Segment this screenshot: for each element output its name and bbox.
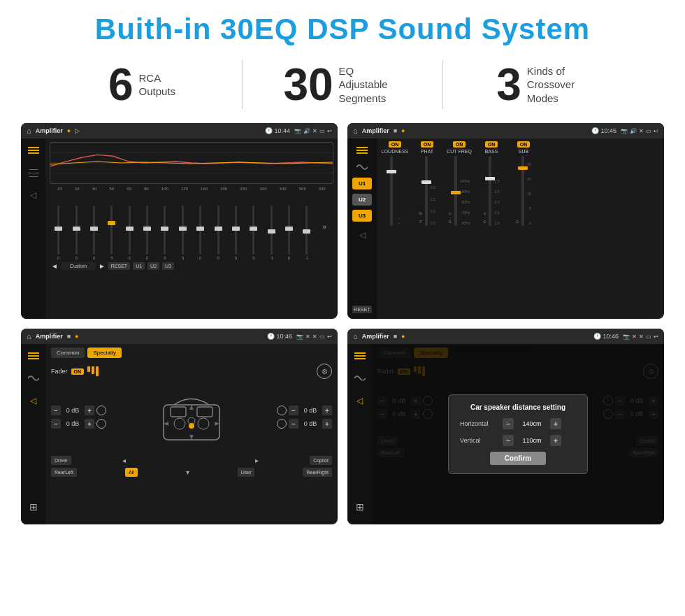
eq-slider-track-1[interactable] (57, 206, 59, 255)
eq-slider-3: 0 (89, 206, 99, 260)
svg-point-6 (174, 418, 185, 429)
db-minus-1-left[interactable]: − (51, 406, 61, 415)
reset-btn-s2[interactable]: RESET (352, 306, 372, 313)
db-plus-2-right[interactable]: + (322, 419, 332, 429)
cutfreq-on[interactable]: ON (453, 141, 466, 148)
eq-slider-track-8[interactable] (182, 206, 184, 255)
home-icon-s3[interactable]: ⌂ (27, 332, 31, 341)
screen3-topbar: ⌂ Amplifier ■ ● 🕐 10:46 📷 ✕ ✕ ▭ ↩ (21, 329, 338, 344)
prev-preset-button[interactable]: ◄ (51, 262, 58, 270)
eq-slider-track-12[interactable] (252, 206, 254, 255)
speaker-icon-s4[interactable]: ◁ (352, 394, 368, 407)
sub-slider[interactable] (521, 156, 524, 226)
tab-common[interactable]: Common (51, 348, 85, 358)
eq-more[interactable]: » (319, 223, 329, 231)
db-plus-2-left[interactable]: + (85, 419, 94, 429)
home-icon[interactable]: ⌂ (27, 127, 31, 135)
eq-slider-track-7[interactable] (164, 206, 166, 255)
u3-button[interactable]: U3 (162, 262, 174, 270)
screen3-icons: 📷 ✕ ✕ ▭ ↩ (296, 334, 332, 340)
rearright-button[interactable]: RearRight (303, 468, 332, 477)
settings-icon-s3[interactable]: ⚙ (317, 364, 332, 379)
eq-icon-s3[interactable] (26, 350, 41, 362)
u2-select[interactable]: U2 (352, 194, 372, 206)
eq-slider-track-10[interactable] (217, 206, 219, 255)
screen4-main: Common Specialty Fader ON ⚙ (372, 344, 664, 524)
eq-slider-track-6[interactable] (146, 206, 148, 255)
right-chevron[interactable]: ▸ (255, 457, 259, 464)
left-chevron[interactable]: ◂ (122, 457, 126, 464)
eq-slider-track-13[interactable] (271, 206, 273, 255)
fader-on-badge[interactable]: ON (71, 368, 85, 375)
speaker-icon[interactable]: ◁ (26, 189, 41, 201)
bass-freq: 3.0 2.5 2.0 1.5 1.0 (494, 179, 499, 226)
eq-slider-track-5[interactable] (129, 206, 131, 255)
vertical-plus-button[interactable]: + (550, 435, 561, 446)
speaker-icon-s3[interactable]: ◁ (26, 394, 41, 407)
horizontal-plus-button[interactable]: + (550, 418, 561, 429)
rearleft-button[interactable]: RearLeft (51, 468, 77, 477)
db-plus-1-left[interactable]: + (85, 406, 94, 415)
wave-icon-s4[interactable] (352, 372, 368, 385)
eq-slider-6: 0 (143, 206, 152, 260)
s3-right-db: − 0 dB + − 0 dB + (277, 406, 332, 432)
screen1-icons: 📷 🔊 ✕ ▭ ↩ (294, 128, 332, 134)
tab-specialty[interactable]: Specialty (87, 348, 121, 358)
volume-icon-s2: 🔊 (630, 128, 637, 134)
down-chevron[interactable]: ▾ (186, 468, 189, 476)
u1-select[interactable]: U1 (352, 178, 372, 189)
eq-slider-track-4[interactable] (110, 206, 113, 255)
reset-button[interactable]: RESET (108, 262, 130, 270)
close-icon: ✕ (312, 128, 317, 134)
user-button-s3[interactable]: User (238, 468, 255, 477)
phat-slider[interactable] (425, 156, 428, 226)
db-minus-2-right[interactable]: − (289, 419, 298, 429)
loudness-slider[interactable] (390, 156, 393, 226)
speaker-icon-s2[interactable]: ◁ (354, 229, 370, 241)
eq-icon[interactable] (26, 144, 41, 157)
expand-icon-s3[interactable]: ⊞ (29, 501, 38, 513)
driver-button[interactable]: Driver (51, 456, 71, 465)
cutfreq-slider[interactable] (454, 156, 457, 226)
home-icon-s2[interactable]: ⌂ (353, 127, 358, 135)
eq-slider-13: -1 (266, 206, 276, 260)
eq-slider-track-15[interactable] (305, 206, 308, 255)
db-plus-1-right[interactable]: + (322, 406, 332, 415)
home-icon-s4[interactable]: ⌂ (353, 332, 358, 341)
u2-button[interactable]: U2 (147, 262, 159, 270)
db-minus-2-left[interactable]: − (51, 419, 61, 429)
eq-slider-track-11[interactable] (235, 206, 237, 255)
all-button[interactable]: All (125, 468, 138, 477)
eq-slider-track-2[interactable] (75, 206, 78, 255)
screen1-main: 253240506380100125160200250320400500630 … (45, 138, 338, 319)
db-minus-1-right[interactable]: − (289, 406, 298, 415)
expand-icon-s4[interactable]: ⊞ (356, 501, 364, 513)
copilot-button[interactable]: Copilot (310, 456, 332, 465)
horizontal-minus-button[interactable]: − (503, 418, 514, 429)
svg-rect-3 (164, 405, 219, 440)
next-preset-button[interactable]: ► (99, 262, 106, 270)
bass-on[interactable]: ON (485, 141, 498, 148)
preset-label: Custom (61, 262, 96, 270)
eq-slider-track-9[interactable] (199, 206, 201, 255)
sub-on[interactable]: ON (517, 141, 531, 148)
phat-on[interactable]: ON (421, 141, 434, 148)
confirm-button[interactable]: Confirm (490, 452, 546, 465)
loudness-on[interactable]: ON (389, 141, 402, 148)
wave-icon[interactable] (26, 166, 41, 179)
eq-slider-track-3[interactable] (93, 206, 95, 255)
wave-icon-s2[interactable] (354, 161, 370, 173)
db-value-1-left: 0 dB (63, 407, 82, 414)
camera-icon-s3: 📷 (296, 334, 303, 340)
eq-icon-s4[interactable] (352, 350, 368, 362)
back-icon: ↩ (327, 128, 332, 134)
bass-slider[interactable] (489, 156, 491, 226)
eq-slider-10: 0 (213, 206, 223, 260)
eq-slider-track-14[interactable] (288, 206, 290, 255)
wave-icon-s3[interactable] (26, 372, 41, 385)
eq-icon-s2[interactable] (354, 144, 370, 157)
u3-select[interactable]: U3 (352, 210, 372, 222)
u1-button[interactable]: U1 (133, 262, 145, 270)
eq-bottom-bar: ◄ Custom ► RESET U1 U2 U3 (50, 262, 333, 270)
vertical-minus-button[interactable]: − (503, 435, 514, 446)
